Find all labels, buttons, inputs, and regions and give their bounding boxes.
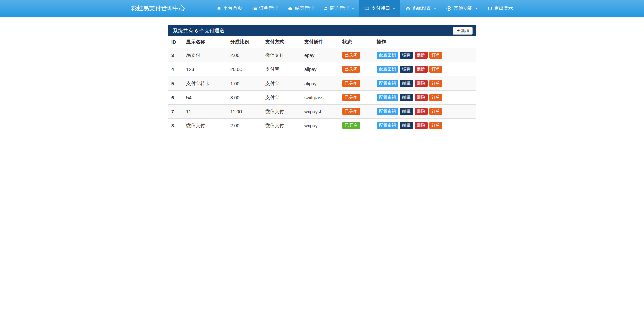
cell-method: 支付宝 — [263, 76, 302, 91]
edit-button[interactable]: 编辑 — [400, 66, 413, 73]
configure-key-button[interactable]: 配置密钥 — [377, 52, 398, 59]
delete-button[interactable]: 删除 — [415, 108, 428, 115]
add-button-label: 新增 — [461, 28, 469, 34]
cell-method: 微信支付 — [263, 119, 302, 133]
cell-status: 已关闭 — [340, 91, 374, 105]
edit-button[interactable]: 编辑 — [400, 80, 413, 87]
cell-actions: 配置密钥 编辑 删除 订单 — [374, 91, 476, 105]
nav-item-order-management[interactable]: 订单管理 — [247, 0, 283, 17]
nav-item-system-settings[interactable]: 系统设置 — [400, 0, 441, 17]
cell-ratio: 2.00 — [228, 119, 263, 133]
cell-name: 易支付 — [183, 48, 228, 62]
edit-button[interactable]: 编辑 — [400, 122, 413, 129]
delete-button[interactable]: 删除 — [415, 122, 428, 129]
cell-id: 8 — [168, 119, 183, 133]
table-row: 8 微信支付 2.00 微信支付 wxpay 已开启 配置密钥 编辑 删除 订单 — [168, 119, 476, 133]
table-row: 4 123 20.00 支付宝 alipay 已关闭 配置密钥 编辑 删除 订单 — [168, 62, 476, 76]
panel-header: 系统共有 6 个支付通道 新增 — [168, 25, 476, 36]
cell-ratio: 20.00 — [228, 62, 263, 76]
nav-item-payment-interface[interactable]: 支付接口 — [359, 0, 400, 17]
order-button[interactable]: 订单 — [429, 66, 442, 73]
nav-item-label: 支付接口 — [371, 5, 390, 11]
nav-item-logout[interactable]: 退出登录 — [483, 0, 518, 17]
header-id: ID — [168, 36, 183, 48]
cell-actions: 配置密钥 编辑 删除 订单 — [374, 119, 476, 133]
cell-id: 6 — [168, 91, 183, 105]
header-method: 支付方式 — [263, 36, 302, 48]
table-header-row: ID 显示名称 分成比例 支付方式 支付插件 状态 操作 — [168, 36, 476, 48]
cell-actions: 配置密钥 编辑 删除 订单 — [374, 62, 476, 76]
configure-key-button[interactable]: 配置密钥 — [377, 66, 398, 73]
nav-item-settlement-management[interactable]: 结算管理 — [283, 0, 319, 17]
edit-button[interactable]: 编辑 — [400, 94, 413, 101]
channel-count: 6 — [195, 28, 198, 34]
cell-plugin: swiftpass — [302, 91, 340, 105]
order-button[interactable]: 订单 — [429, 80, 442, 87]
edit-button[interactable]: 编辑 — [400, 108, 413, 115]
order-button[interactable]: 订单 — [429, 122, 442, 129]
cell-method: 微信支付 — [263, 105, 302, 119]
delete-button[interactable]: 删除 — [415, 52, 428, 59]
configure-key-button[interactable]: 配置密钥 — [377, 122, 398, 129]
list-icon — [252, 6, 257, 11]
cell-name: 支付宝转卡 — [183, 76, 228, 91]
order-button[interactable]: 订单 — [429, 52, 442, 59]
chevron-down-icon — [393, 8, 395, 9]
cell-id: 7 — [168, 105, 183, 119]
payment-channel-table: ID 显示名称 分成比例 支付方式 支付插件 状态 操作 3 易支付 2.00 … — [168, 36, 476, 133]
home-icon — [217, 6, 221, 11]
payment-channel-panel: 系统共有 6 个支付通道 新增 ID 显示名称 分成比例 支付方式 支付插件 状… — [168, 25, 476, 133]
nav-item-platform-home[interactable]: 平台首页 — [212, 0, 247, 17]
cell-status: 已关闭 — [340, 48, 374, 62]
cell-ratio: 2.00 — [228, 48, 263, 62]
cell-id: 4 — [168, 62, 183, 76]
header-name: 显示名称 — [183, 36, 228, 48]
configure-key-button[interactable]: 配置密钥 — [377, 94, 398, 101]
cell-plugin: wxpay — [302, 119, 340, 133]
panel-title-suffix: 个支付通道 — [199, 28, 224, 34]
nav-item-label: 订单管理 — [259, 5, 278, 11]
cell-ratio: 1.00 — [228, 76, 263, 91]
table-body: 3 易支付 2.00 微信支付 epay 已关闭 配置密钥 编辑 删除 订单 4… — [168, 48, 476, 133]
nav-item-label: 商户管理 — [330, 5, 349, 11]
cell-method: 支付宝 — [263, 62, 302, 76]
configure-key-button[interactable]: 配置密钥 — [377, 80, 398, 87]
status-badge: 已关闭 — [342, 52, 360, 59]
status-badge: 已关闭 — [342, 94, 360, 101]
nav-item-label: 系统设置 — [412, 5, 431, 11]
delete-button[interactable]: 删除 — [415, 80, 428, 87]
cell-status: 已关闭 — [340, 105, 374, 119]
configure-key-button[interactable]: 配置密钥 — [377, 108, 398, 115]
cell-status: 已关闭 — [340, 62, 374, 76]
panel-title: 系统共有 6 个支付通道 — [173, 28, 224, 34]
gear-icon — [406, 6, 410, 11]
cell-actions: 配置密钥 编辑 删除 订单 — [374, 76, 476, 91]
cell-ratio: 11.00 — [228, 105, 263, 119]
order-button[interactable]: 订单 — [429, 108, 442, 115]
edit-button[interactable]: 编辑 — [400, 52, 413, 59]
add-channel-button[interactable]: 新增 — [453, 27, 473, 35]
delete-button[interactable]: 删除 — [415, 66, 428, 73]
nav-menu: 平台首页 订单管理 结算管理 商户管理 支付接口 — [212, 0, 518, 17]
header-status: 状态 — [340, 36, 374, 48]
header-ratio: 分成比例 — [228, 36, 263, 48]
cell-name: 123 — [183, 62, 228, 76]
cell-status: 已开启 — [340, 119, 374, 133]
cloud-icon — [288, 6, 293, 11]
cell-status: 已关闭 — [340, 76, 374, 91]
nav-item-other-functions[interactable]: 其他功能 — [441, 0, 483, 17]
nav-item-merchant-management[interactable]: 商户管理 — [319, 0, 359, 17]
cell-method: 微信支付 — [263, 48, 302, 62]
cube-icon — [446, 6, 451, 11]
cell-name: 微信支付 — [183, 119, 228, 133]
cell-id: 5 — [168, 76, 183, 91]
delete-button[interactable]: 删除 — [415, 94, 428, 101]
cell-ratio: 3.00 — [228, 91, 263, 105]
cell-plugin: alipay — [302, 76, 340, 91]
credit-card-icon — [364, 6, 369, 11]
cell-id: 3 — [168, 48, 183, 62]
chevron-down-icon — [475, 8, 478, 9]
brand-title[interactable]: 彩虹易支付管理中心 — [126, 0, 190, 17]
order-button[interactable]: 订单 — [429, 94, 442, 101]
table-row: 5 支付宝转卡 1.00 支付宝 alipay 已关闭 配置密钥 编辑 删除 订… — [168, 76, 476, 91]
